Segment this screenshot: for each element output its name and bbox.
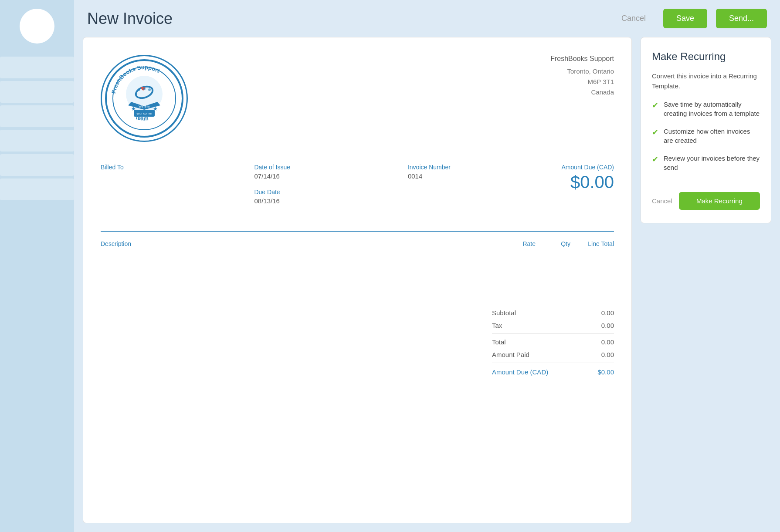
company-address: Toronto, Ontario M6P 3T1 Canada <box>550 66 614 98</box>
right-panel: Make Recurring Convert this invoice into… <box>641 37 771 223</box>
line-items-divider <box>101 231 614 232</box>
billed-to-group: Billed To <box>101 164 254 213</box>
subtotal-value: 0.00 <box>601 309 614 317</box>
feature-item-3: ✔ Review your invoices before they send <box>652 154 760 172</box>
sidebar <box>0 0 74 532</box>
line-items-area <box>101 254 614 289</box>
svg-text:We're in: We're in <box>139 105 149 108</box>
panel-description: Convert this invoice into a Recurring Te… <box>652 71 760 91</box>
tax-value: 0.00 <box>601 322 614 329</box>
invoice-top: FreshBooks Support team <box>101 55 614 142</box>
company-info: FreshBooks Support Toronto, Ontario M6P … <box>550 55 614 142</box>
date-of-issue-group: Date of Issue 07/14/16 Due Date 08/13/16 <box>254 164 407 213</box>
save-button[interactable]: Save <box>663 9 707 28</box>
panel-title: Make Recurring <box>652 51 760 63</box>
check-icon-2: ✔ <box>652 127 658 145</box>
line-total-col-header: Line Total <box>570 240 614 247</box>
check-icon-1: ✔ <box>652 100 658 118</box>
total-value: 0.00 <box>601 338 614 346</box>
due-date-value: 08/13/16 <box>254 197 407 205</box>
totals-section: Subtotal 0.00 Tax 0.00 Total 0.00 Amount… <box>101 306 614 379</box>
due-date-label: Due Date <box>254 189 407 195</box>
amount-due-value: $0.00 <box>561 172 614 192</box>
sidebar-item-2[interactable] <box>0 81 74 103</box>
amount-due-label: Amount Due (CAD) <box>561 164 614 171</box>
date-of-issue-value: 07/14/16 <box>254 172 407 180</box>
avatar <box>20 9 54 44</box>
panel-actions: Cancel Make Recurring <box>652 192 760 210</box>
invoice-number-label: Invoice Number <box>408 164 561 171</box>
subtotal-row: Subtotal 0.00 <box>492 306 614 319</box>
main-content: New Invoice Cancel Save Send... <box>74 0 780 532</box>
svg-text:your corner: your corner <box>136 112 152 115</box>
subtotal-label: Subtotal <box>492 309 516 317</box>
invoice-panel: FreshBooks Support team <box>83 37 632 523</box>
amount-paid-label: Amount Paid <box>492 351 529 358</box>
invoice-number-group: Invoice Number 0014 <box>408 164 561 213</box>
feature-list: ✔ Save time by automatically creating in… <box>652 100 760 172</box>
feature-item-2: ✔ Customize how often invoices are creat… <box>652 127 760 145</box>
invoice-fields: Billed To Date of Issue 07/14/16 Due Dat… <box>101 164 614 213</box>
sidebar-item-3[interactable] <box>0 105 74 127</box>
make-recurring-button[interactable]: Make Recurring <box>679 192 760 210</box>
address-line2: M6P 3T1 <box>587 78 614 85</box>
sidebar-item-5[interactable] <box>0 154 74 176</box>
qty-col-header: Qty <box>536 240 570 247</box>
sidebar-item-1[interactable] <box>0 57 74 78</box>
company-name: FreshBooks Support <box>550 55 614 63</box>
company-logo: FreshBooks Support team <box>101 55 188 142</box>
billed-to-label: Billed To <box>101 164 254 171</box>
amount-due-row-value: $0.00 <box>597 368 614 376</box>
page-title: New Invoice <box>87 10 604 28</box>
line-items-header: Description Rate Qty Line Total <box>101 240 614 254</box>
total-row: Total 0.00 <box>492 336 614 348</box>
header: New Invoice Cancel Save Send... <box>74 0 780 37</box>
panel-cancel-button[interactable]: Cancel <box>652 194 672 208</box>
address-line1: Toronto, Ontario <box>567 67 614 75</box>
amount-due-row: Amount Due (CAD) $0.00 <box>492 365 614 379</box>
address-line3: Canada <box>591 88 614 96</box>
tax-row: Tax 0.00 <box>492 319 614 332</box>
totals-table: Subtotal 0.00 Tax 0.00 Total 0.00 Amount… <box>492 306 614 379</box>
totals-divider-2 <box>492 363 614 363</box>
svg-point-8 <box>143 88 146 90</box>
invoice-number-value: 0014 <box>408 172 561 180</box>
logo-area: FreshBooks Support team <box>101 55 197 142</box>
rate-col-header: Rate <box>483 240 536 247</box>
feature-text-3: Review your invoices before they send <box>664 154 760 172</box>
total-label: Total <box>492 338 506 346</box>
amount-due-section: Amount Due (CAD) $0.00 <box>561 164 614 213</box>
feature-text-1: Save time by automatically creating invo… <box>664 100 760 118</box>
amount-due-row-label: Amount Due (CAD) <box>492 368 548 376</box>
amount-paid-value: 0.00 <box>601 351 614 358</box>
tax-label: Tax <box>492 322 502 329</box>
send-button[interactable]: Send... <box>716 9 767 28</box>
feature-item-1: ✔ Save time by automatically creating in… <box>652 100 760 118</box>
date-of-issue-label: Date of Issue <box>254 164 407 171</box>
sidebar-item-4[interactable] <box>0 130 74 152</box>
description-col-header: Description <box>101 240 483 247</box>
feature-text-2: Customize how often invoices are created <box>664 127 760 145</box>
totals-divider-1 <box>492 333 614 334</box>
sidebar-item-6[interactable] <box>0 178 74 200</box>
check-icon-3: ✔ <box>652 154 658 172</box>
amount-paid-row: Amount Paid 0.00 <box>492 348 614 361</box>
body-area: FreshBooks Support team <box>74 37 780 532</box>
cancel-button[interactable]: Cancel <box>613 10 655 27</box>
svg-point-7 <box>138 88 140 91</box>
panel-divider <box>652 183 760 183</box>
svg-point-9 <box>148 88 151 91</box>
